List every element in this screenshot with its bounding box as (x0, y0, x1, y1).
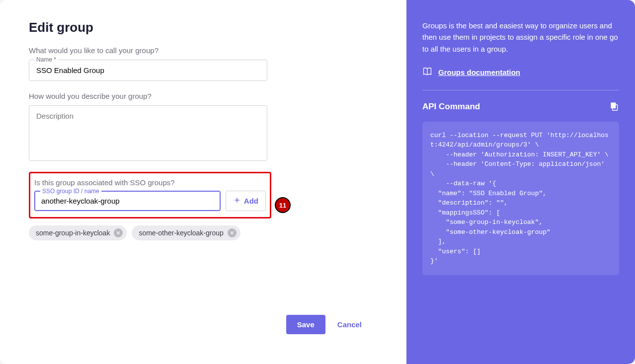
name-input-wrap[interactable]: Name * (29, 60, 267, 81)
step-badge: 11 (275, 197, 291, 213)
chip-label: some-other-keycloak-group (139, 229, 223, 237)
api-code-block[interactable]: curl --location --request PUT 'http://lo… (422, 122, 619, 275)
page-title: Edit group (29, 20, 382, 35)
sso-section: Is this group associated with SSO groups… (29, 172, 271, 218)
sso-input-wrap[interactable]: SSO group ID / name (34, 191, 221, 211)
sso-chips: some-group-in-keycloak some-other-keyclo… (29, 225, 382, 240)
book-icon (422, 67, 432, 78)
chip-remove-button[interactable] (114, 228, 123, 237)
save-button[interactable]: Save (286, 315, 325, 334)
name-field-block: What would you like to call your group? … (29, 46, 267, 81)
sso-chip: some-group-in-keycloak (29, 225, 127, 240)
svg-rect-8 (611, 102, 616, 108)
name-input[interactable] (29, 60, 267, 80)
close-icon (116, 229, 121, 237)
description-input-wrap[interactable] (29, 105, 267, 161)
edit-group-form: Edit group What would you like to call y… (0, 0, 406, 364)
description-question: How would you describe your group? (29, 92, 267, 100)
add-button-label: Add (244, 197, 258, 205)
copy-button[interactable] (609, 101, 619, 113)
description-field-block: How would you describe your group? (29, 92, 267, 161)
description-input[interactable] (29, 106, 267, 158)
chip-remove-button[interactable] (228, 228, 237, 237)
copy-icon (609, 104, 619, 113)
api-command-header: API Command (422, 101, 619, 113)
plus-icon (233, 196, 241, 206)
sso-question: Is this group associated with SSO groups… (34, 178, 266, 187)
sso-chip: some-other-keycloak-group (132, 225, 240, 240)
doc-link-row: Groups documentation (422, 67, 619, 90)
close-icon (230, 229, 235, 237)
api-command-heading: API Command (422, 102, 480, 112)
cancel-button[interactable]: Cancel (337, 320, 362, 329)
chip-label: some-group-in-keycloak (36, 229, 110, 237)
name-question: What would you like to call your group? (29, 46, 267, 55)
side-intro: Groups is the best and easiest way to or… (422, 20, 619, 55)
groups-documentation-link[interactable]: Groups documentation (438, 68, 520, 76)
sso-input-label: SSO group ID / name (40, 188, 101, 195)
add-sso-button[interactable]: Add (226, 191, 266, 211)
name-input-label: Name * (34, 56, 58, 63)
form-actions: Save Cancel (29, 315, 382, 349)
side-panel: Groups is the best and easiest way to or… (406, 0, 635, 364)
